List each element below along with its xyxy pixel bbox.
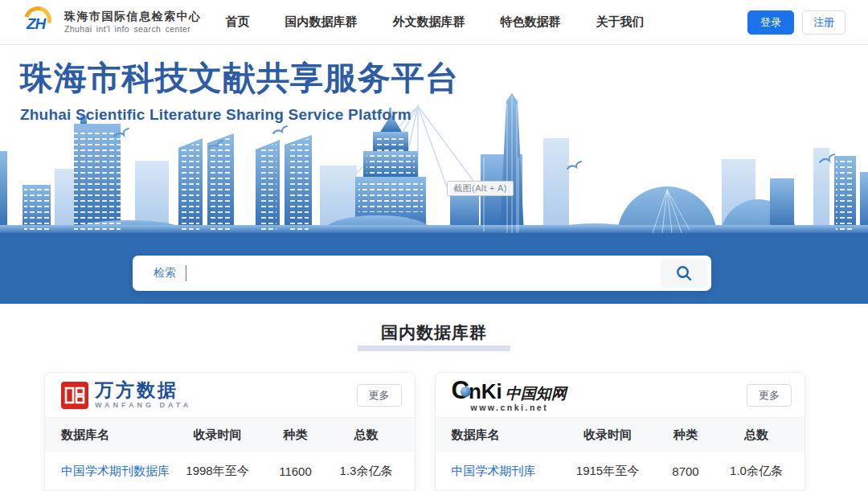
coverage-value: 1998年至今	[170, 464, 265, 479]
nav-item-home[interactable]: 首页	[226, 14, 250, 30]
col-coverage: 收录时间	[170, 428, 265, 443]
main-nav: 首页 国内数据库群 外文数据库群 特色数据群 关于我们	[226, 14, 645, 30]
types-value: 8700	[655, 464, 716, 478]
hero-banner: 珠海市科技文献共享服务平台 Zhuhai Scientific Literatu…	[0, 45, 868, 304]
section-title-underline	[358, 346, 510, 351]
section-header: 国内数据库群	[0, 304, 868, 351]
search-icon	[675, 264, 693, 282]
total-value: 1.3余亿条	[326, 464, 407, 479]
register-button[interactable]: 注册	[802, 10, 845, 35]
col-total: 总数	[326, 428, 407, 443]
text-caret	[186, 265, 186, 281]
cnki-table-header: 数据库名 收录时间 种类 总数	[436, 418, 805, 452]
database-link[interactable]: 中国学术期刊数据库	[61, 464, 170, 479]
section-title: 国内数据库群	[381, 321, 487, 344]
logo-text: ZH	[27, 15, 45, 33]
hero-text-block: 珠海市科技文献共享服务平台 Zhuhai Scientific Literatu…	[20, 56, 459, 124]
wanfang-name: 万方数据	[95, 381, 191, 399]
col-types: 种类	[265, 428, 326, 443]
cnki-logo[interactable]: C nKi 中国知网 www.cnki.net	[452, 378, 567, 412]
nav-item-foreign-databases[interactable]: 外文数据库群	[393, 14, 465, 30]
top-navigation-bar: ZH 珠海市国际信息检索中心 Zhuhai int'l info search …	[0, 0, 868, 45]
wanfang-logo[interactable]: 万方数据 WANFANG DATA	[61, 381, 191, 409]
auth-buttons: 登录 注册	[747, 10, 845, 35]
wanfang-table-header: 数据库名 收录时间 种类 总数	[45, 418, 415, 452]
nav-item-about-us[interactable]: 关于我们	[596, 14, 645, 30]
wanfang-logo-text: 万方数据 WANFANG DATA	[95, 381, 191, 409]
brand-title: 珠海市国际信息检索中心	[64, 10, 202, 24]
coverage-value: 1915年至今	[560, 464, 655, 479]
brand-subtitle: Zhuhai int'l info search center	[64, 24, 202, 35]
table-row: 中国学术期刊库 1915年至今 8700 1.0余亿条	[436, 452, 805, 490]
search-input[interactable]	[193, 256, 661, 291]
col-coverage: 收录时间	[560, 428, 655, 443]
login-button[interactable]: 登录	[747, 10, 794, 35]
cnki-letters: nKi	[469, 381, 502, 402]
platform-subtitle: Zhuhai Scientific Literature Sharing Ser…	[20, 106, 459, 124]
col-total: 总数	[716, 428, 796, 443]
col-database-name: 数据库名	[452, 428, 561, 443]
types-value: 11600	[265, 464, 326, 478]
cnki-url: www.cnki.net	[471, 403, 567, 412]
nav-item-special-databases[interactable]: 特色数据群	[501, 14, 561, 30]
database-link[interactable]: 中国学术期刊库	[452, 464, 561, 479]
globe-icon	[461, 387, 471, 397]
wanfang-card-header: 万方数据 WANFANG DATA 更多	[45, 373, 415, 418]
cnki-card-header: C nKi 中国知网 www.cnki.net 更多	[436, 373, 805, 418]
col-database-name: 数据库名	[61, 428, 170, 443]
wanfang-name-en: WANFANG DATA	[95, 401, 191, 409]
brand-text: 珠海市国际信息检索中心 Zhuhai int'l info search cen…	[64, 10, 202, 35]
search-button[interactable]	[661, 259, 707, 288]
col-types: 种类	[655, 428, 716, 443]
screenshot-tooltip: 截图(Alt + A)	[447, 181, 514, 196]
wanfang-more-button[interactable]: 更多	[357, 384, 402, 407]
cnki-c-glyph: C	[452, 378, 469, 403]
database-cards: 万方数据 WANFANG DATA 更多 数据库名 收录时间 种类 总数 中国学…	[44, 372, 805, 491]
platform-title: 珠海市科技文献共享服务平台	[20, 56, 459, 100]
nav-item-domestic-databases[interactable]: 国内数据库群	[285, 14, 358, 30]
search-label: 检索	[154, 266, 176, 280]
total-value: 1.0余亿条	[716, 464, 796, 479]
wanfang-card: 万方数据 WANFANG DATA 更多 数据库名 收录时间 种类 总数 中国学…	[44, 372, 416, 491]
search-bar: 检索	[133, 256, 711, 291]
table-row: 中国学术期刊数据库 1998年至今 11600 1.3余亿条	[45, 452, 415, 490]
zh-logo-icon[interactable]: ZH	[23, 6, 56, 39]
cnki-card: C nKi 中国知网 www.cnki.net 更多 数据库名 收录时间 种类 …	[435, 372, 806, 491]
cnki-name-cn: 中国知网	[506, 386, 567, 401]
wanfang-logo-icon	[61, 382, 88, 409]
cnki-more-button[interactable]: 更多	[747, 384, 792, 407]
